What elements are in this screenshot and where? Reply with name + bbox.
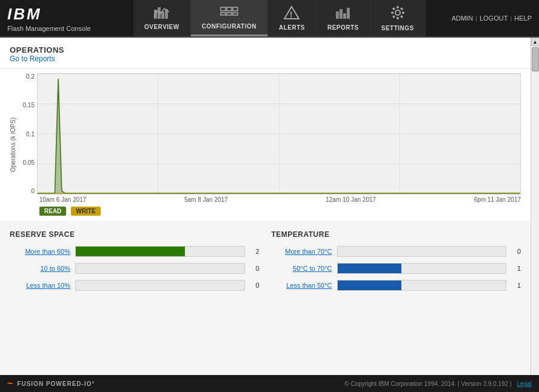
svg-point-16 bbox=[395, 10, 400, 15]
logout-link[interactable]: LOGOUT bbox=[480, 15, 507, 22]
admin-link[interactable]: ADMIN bbox=[452, 15, 473, 22]
temp-value-2: 1 bbox=[511, 282, 521, 289]
settings-icon bbox=[390, 5, 406, 22]
reserve-label-0[interactable]: More than 60% bbox=[10, 248, 70, 255]
svg-text:!: ! bbox=[290, 10, 293, 19]
chart-wrapper: Operations (k IOPS) 0.2 0.15 0.1 0.05 0 bbox=[10, 73, 521, 216]
svg-point-20 bbox=[402, 12, 404, 14]
reserve-bar-1 bbox=[75, 263, 245, 274]
reserve-value-2: 0 bbox=[250, 282, 259, 289]
app-title: Flash Management Console bbox=[7, 25, 126, 32]
temperature-title: TEMPERATURE bbox=[272, 230, 521, 239]
main-content: OPERATIONS Go to Reports Operations (k I… bbox=[0, 38, 531, 375]
nav-alerts-label: ALERTS bbox=[279, 24, 305, 31]
overview-icon bbox=[153, 6, 170, 21]
svg-point-22 bbox=[400, 16, 403, 18]
temp-row-1: 50°C to 70°C 1 bbox=[272, 263, 521, 274]
svg-point-19 bbox=[391, 12, 393, 14]
legend-write: WRITE bbox=[71, 207, 100, 216]
svg-rect-5 bbox=[221, 13, 226, 15]
footer-logo: ~ FUSION POWERED-IO° bbox=[7, 378, 95, 389]
user-actions: ADMIN | LOGOUT | HELP bbox=[444, 0, 539, 36]
svg-rect-9 bbox=[233, 13, 238, 15]
reserve-row-1: 10 to 60% 0 bbox=[10, 263, 259, 274]
reserve-bar-fill-0 bbox=[76, 247, 185, 256]
nav-reports-label: REPORTS bbox=[327, 24, 359, 31]
reserve-bar-0 bbox=[75, 246, 245, 257]
operations-title: OPERATIONS bbox=[10, 45, 521, 55]
nav-configuration[interactable]: CONFIGURATION bbox=[191, 0, 268, 36]
read-badge: READ bbox=[39, 207, 66, 216]
temp-label-1[interactable]: 50°C to 70°C bbox=[272, 265, 332, 272]
temp-value-1: 1 bbox=[511, 265, 521, 272]
reserve-row-0: More than 60% 2 bbox=[10, 246, 259, 257]
footer: ~ FUSION POWERED-IO° © Copyright IBM Cor… bbox=[0, 375, 539, 392]
chart-legend: READ WRITE bbox=[19, 207, 521, 216]
nav-reports[interactable]: REPORTS bbox=[316, 0, 370, 36]
scrollbar[interactable]: ▲ ▼ bbox=[531, 38, 539, 375]
configuration-icon bbox=[219, 5, 239, 21]
reserve-bar-2 bbox=[75, 280, 245, 291]
reserve-row-2: Less than 10% 0 bbox=[10, 280, 259, 291]
write-badge: WRITE bbox=[71, 207, 100, 216]
svg-marker-34 bbox=[38, 193, 520, 194]
legend-read: READ bbox=[39, 207, 66, 216]
header: IBM Flash Management Console OVERVIEW bbox=[0, 0, 539, 38]
operations-section: OPERATIONS Go to Reports bbox=[0, 38, 531, 68]
nav-overview-label: OVERVIEW bbox=[144, 24, 179, 30]
temp-label-2[interactable]: Less than 50°C bbox=[272, 282, 332, 289]
temp-bar-2 bbox=[337, 280, 507, 291]
svg-point-21 bbox=[392, 8, 395, 10]
svg-rect-14 bbox=[343, 13, 346, 19]
temp-label-0[interactable]: More than 70°C bbox=[272, 248, 332, 255]
help-link[interactable]: HELP bbox=[514, 15, 532, 22]
svg-rect-8 bbox=[233, 7, 238, 11]
temp-row-2: Less than 50°C 1 bbox=[272, 280, 521, 291]
nav-configuration-label: CONFIGURATION bbox=[202, 23, 256, 30]
y-ticks: 0.2 0.15 0.1 0.05 0 bbox=[19, 73, 37, 194]
svg-rect-13 bbox=[340, 9, 343, 19]
reserve-label-1[interactable]: 10 to 60% bbox=[10, 265, 70, 272]
svg-rect-7 bbox=[227, 13, 232, 15]
reserve-value-0: 2 bbox=[250, 248, 259, 255]
x-axis-labels: 10am 6 Jan 2017 5am 8 Jan 2017 12am 10 J… bbox=[19, 196, 521, 203]
scroll-thumb[interactable] bbox=[532, 47, 539, 71]
temp-bar-1 bbox=[337, 263, 507, 274]
nav-alerts[interactable]: ! ALERTS bbox=[268, 0, 316, 36]
temp-row-0: More than 70°C 0 bbox=[272, 246, 521, 257]
bottom-sections: RESERVE SPACE More than 60% 2 10 to 60% … bbox=[0, 221, 531, 307]
fusion-text: FUSION POWERED-IO° bbox=[17, 380, 95, 387]
nav-settings[interactable]: SETTINGS bbox=[370, 0, 426, 36]
svg-point-24 bbox=[400, 8, 403, 10]
chart-container: Operations (k IOPS) 0.2 0.15 0.1 0.05 0 bbox=[0, 68, 531, 221]
svg-point-18 bbox=[397, 17, 399, 19]
temp-bar-fill-1 bbox=[338, 264, 401, 273]
main-nav: OVERVIEW CONFIGURATION ! bbox=[133, 0, 444, 36]
temperature-section: TEMPERATURE More than 70°C 0 50°C to 70°… bbox=[272, 230, 521, 297]
temp-value-0: 0 bbox=[511, 248, 521, 255]
alerts-icon: ! bbox=[284, 5, 300, 22]
go-to-reports-link[interactable]: Go to Reports bbox=[10, 55, 55, 63]
reserve-space-section: RESERVE SPACE More than 60% 2 10 to 60% … bbox=[10, 230, 259, 297]
nav-settings-label: SETTINGS bbox=[381, 25, 414, 32]
svg-rect-6 bbox=[227, 7, 232, 11]
temp-bar-0 bbox=[337, 246, 507, 257]
logo-area: IBM Flash Management Console bbox=[0, 0, 133, 36]
scroll-up-button[interactable]: ▲ bbox=[531, 38, 540, 46]
reserve-value-1: 0 bbox=[250, 265, 259, 272]
svg-point-23 bbox=[392, 16, 395, 18]
svg-rect-15 bbox=[347, 8, 350, 19]
ibm-logo: IBM bbox=[7, 4, 126, 24]
reserve-label-2[interactable]: Less than 10% bbox=[10, 282, 70, 289]
footer-copyright: © Copyright IBM Corporation 1994, 2014. … bbox=[344, 380, 532, 387]
svg-point-17 bbox=[397, 6, 399, 8]
legal-link[interactable]: Legal bbox=[517, 380, 532, 387]
chart-area: 0.2 0.15 0.1 0.05 0 bbox=[19, 73, 521, 216]
reserve-space-title: RESERVE SPACE bbox=[10, 230, 259, 239]
fusion-icon: ~ bbox=[7, 378, 13, 389]
chart-svg bbox=[37, 73, 521, 194]
svg-rect-12 bbox=[336, 12, 339, 19]
reports-icon bbox=[335, 5, 352, 22]
svg-rect-4 bbox=[221, 7, 226, 11]
nav-overview[interactable]: OVERVIEW bbox=[133, 0, 191, 36]
